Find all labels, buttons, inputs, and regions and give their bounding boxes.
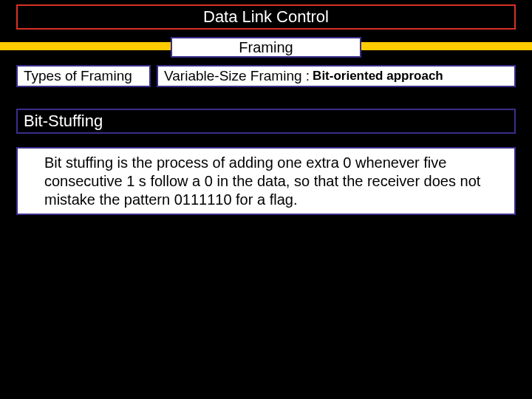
subtitle-box: Framing: [171, 37, 361, 58]
body-box: Bit stuffing is the process of adding on…: [16, 147, 516, 215]
types-of-framing-box: Types of Framing: [16, 65, 151, 87]
subtitle-text: Framing: [239, 39, 293, 56]
variable-size-bold: Bit-oriented approach: [313, 69, 443, 83]
variable-size-box: Variable-Size Framing : Bit-oriented app…: [157, 65, 516, 87]
section-header-box: Bit-Stuffing: [16, 109, 516, 134]
section-header-text: Bit-Stuffing: [24, 112, 103, 131]
body-text: Bit stuffing is the process of adding on…: [44, 154, 505, 209]
variable-size-prefix: Variable-Size Framing :: [164, 68, 310, 84]
types-of-framing-label: Types of Framing: [24, 68, 132, 84]
title-bar: Data Link Control: [16, 4, 516, 30]
slide-title: Data Link Control: [203, 7, 329, 27]
